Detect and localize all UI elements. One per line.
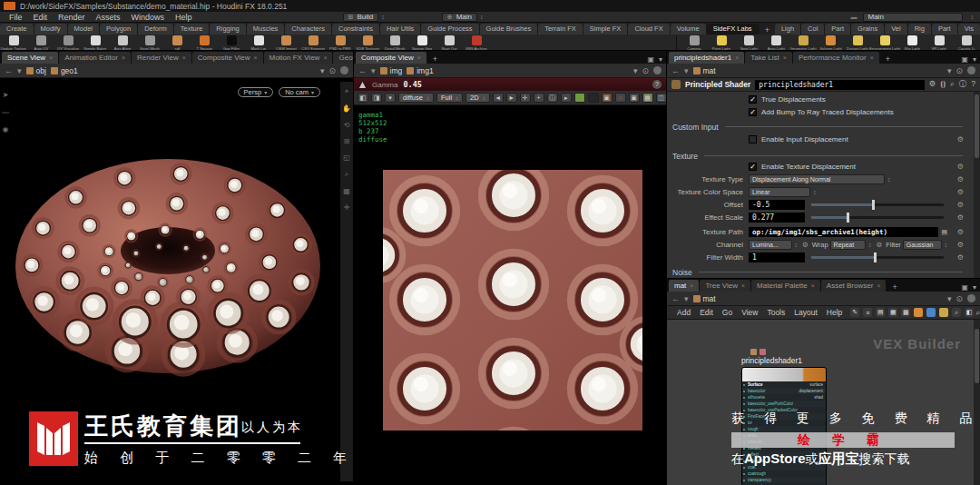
path-chip-img1[interactable]: img1 <box>407 66 433 75</box>
search-icon[interactable]: ⌕ <box>950 79 955 90</box>
tab-close-icon[interactable]: × <box>253 54 257 61</box>
pane-tab-principledshader1[interactable]: principledshader1× <box>669 52 744 64</box>
color-tan-icon[interactable] <box>939 308 948 317</box>
effect-scale-field[interactable]: 0.277 <box>749 213 805 223</box>
find-icon[interactable]: ⌕ <box>952 308 961 317</box>
layout-b-icon[interactable]: ▦ <box>642 93 653 103</box>
shelf-tab-rigging[interactable]: Rigging <box>210 24 246 35</box>
resolution-dropdown[interactable]: Full ↕ <box>436 93 463 103</box>
customize-icon[interactable]: ✎ <box>850 308 859 317</box>
tab-close-icon[interactable]: × <box>182 54 186 61</box>
layout-a-icon[interactable]: ▣ <box>629 93 640 103</box>
shelf-tool-voxel-mesh[interactable]: Voxel Mesh <box>136 35 163 51</box>
forward-arrow-icon[interactable]: ▾ <box>684 294 689 303</box>
shelf-tab-part[interactable]: Part <box>825 24 851 35</box>
shelf-tool-gap-filler[interactable]: Gap Filler <box>218 35 245 51</box>
texture-type-dropdown[interactable]: Displacement Along Normal <box>749 174 885 184</box>
pane-maximize-icon[interactable]: ▣ <box>961 283 968 292</box>
add-bump-checkbox[interactable]: ✓ <box>749 108 757 116</box>
persp-camera-pill[interactable]: Persp ▾ <box>238 87 274 97</box>
shelf-tab-part[interactable]: Part <box>932 24 958 35</box>
shelf-tab-polygon[interactable]: Polygon <box>100 24 138 35</box>
pane-tab-composite-view[interactable]: Composite View× <box>192 52 263 64</box>
channel-dropdown[interactable]: Lumina... <box>749 240 792 250</box>
shelf-tool-update-toolset[interactable]: Update Toolset <box>0 35 27 51</box>
shelf-tab-volume[interactable]: Volume <box>671 24 707 35</box>
channel-gear-icon[interactable]: ⚙ <box>802 241 808 249</box>
filter-width-slider[interactable] <box>811 256 944 259</box>
shelf-tool-sweep-geo[interactable]: Sweep Geo <box>408 35 436 51</box>
net-menu-view[interactable]: View <box>737 308 762 317</box>
link-indicator-icon[interactable] <box>653 66 662 74</box>
prev-frame-icon[interactable]: ◄ <box>493 93 504 103</box>
viewport-tool-icon[interactable]: ⟲ <box>344 121 350 129</box>
shelf-add-tab-left[interactable]: + <box>760 25 775 35</box>
pane-tab-asset-browser[interactable]: Asset Browser× <box>821 280 887 292</box>
viewport-right-toolbar[interactable]: ⌖✋⟲⊞◱⌕▦✛ <box>340 82 353 481</box>
shelf-tool-t-square[interactable]: T Square <box>191 35 218 51</box>
menu-render[interactable]: Render <box>53 13 91 22</box>
shelf-tool-osm-import[interactable]: OSM Import <box>272 35 299 51</box>
menu-edit[interactable]: Edit <box>28 13 54 22</box>
menu-assets[interactable]: Assets <box>91 13 126 22</box>
flipbook-icon[interactable]: ▣ <box>602 93 612 103</box>
texture-path-field[interactable]: op:/img/img1/sbs_archive1(height) <box>749 227 938 237</box>
viewport-tool-icon[interactable]: ⌕ <box>345 170 348 179</box>
shelf-tool-geometry-light[interactable]: Geometry Light <box>789 35 817 51</box>
row-gear-icon[interactable]: ⚙ <box>957 188 964 196</box>
path-dropdown-icon[interactable]: ▾ <box>633 66 638 75</box>
gamma-help-icon[interactable]: ? <box>652 80 662 89</box>
shelf-tab-terrain-fx[interactable]: Terrain FX <box>538 24 583 35</box>
shelf-tab-sidefx-labs[interactable]: SideFX Labs <box>707 24 760 35</box>
pane-tab-motion-fx-view[interactable]: Motion FX View× <box>264 52 333 64</box>
help-icon[interactable]: ? <box>971 79 975 90</box>
effect-scale-slider[interactable] <box>811 216 944 219</box>
main-network-selector[interactable]: ⊕ Main <box>442 13 477 22</box>
list-icon[interactable]: ▤ <box>876 308 885 317</box>
row-gear-icon[interactable]: ⚙ <box>957 175 964 183</box>
record-icon[interactable]: ∩ <box>615 93 626 103</box>
color-space-spinner[interactable]: ↕ <box>810 189 819 195</box>
row-gear-icon[interactable]: ⚙ <box>957 213 964 222</box>
snap-grid-icon[interactable]: ▩ <box>901 308 910 317</box>
pane-tab-take-list[interactable]: Take List× <box>745 52 792 64</box>
path-dropdown-icon[interactable]: ▾ <box>947 66 952 75</box>
menu-file[interactable]: File <box>4 13 28 22</box>
shelf-tab-ligh[interactable]: Ligh <box>775 24 801 35</box>
shelf-tool-distant-light[interactable]: Distant Light <box>844 35 871 51</box>
layout-grid-icon[interactable]: ▦ <box>888 308 897 317</box>
forward-arrow-icon[interactable]: ▾ <box>17 66 22 75</box>
shelf-tab-vis[interactable]: Vis <box>958 24 980 35</box>
split-view-icon[interactable]: ◨ <box>371 93 382 103</box>
filter-width-field[interactable]: 1 <box>749 252 805 262</box>
pane-tab-composite-view[interactable]: Composite View× <box>356 52 426 64</box>
pane-menu-icon[interactable]: ▾ <box>973 283 976 292</box>
pane-menu-icon[interactable]: ▾ <box>973 55 976 64</box>
shelf-tool-mark-lot[interactable]: Mark Lot <box>245 35 272 51</box>
network-scrollbar[interactable] <box>974 320 980 485</box>
tab-close-icon[interactable]: × <box>735 54 739 61</box>
view-mode-icon[interactable]: ◧ <box>358 93 368 103</box>
node-row-basecolor_usepointcolor[interactable]: basecolor_usePointColor <box>742 401 826 407</box>
color-blue-icon[interactable] <box>926 308 936 317</box>
net-search-icon[interactable]: ⌕ <box>975 308 980 318</box>
shelf-tool-area-light[interactable]: Area Light <box>762 35 789 51</box>
back-arrow-icon[interactable]: ← <box>671 66 680 75</box>
pin-icon[interactable]: ⊙ <box>328 66 336 75</box>
gamma-bar[interactable]: Gamma 0.45 ? <box>354 78 666 91</box>
pane-tab-render-view[interactable]: Render View× <box>132 52 191 64</box>
viewport-tool-icon[interactable]: ✋ <box>342 104 351 113</box>
desktop-spinner[interactable]: ↕ <box>378 14 387 20</box>
link-indicator-icon[interactable] <box>967 294 975 302</box>
row-gear-icon[interactable]: ⚙ <box>957 241 964 249</box>
pane-tab-animation-editor[interactable]: Animation Editor× <box>59 52 131 64</box>
wrap-gear-icon[interactable]: ⚙ <box>876 241 882 249</box>
viewport-tool-icon[interactable]: ✛ <box>344 203 350 212</box>
tree-icon[interactable]: ≡ <box>863 308 872 317</box>
viewport-tool-icon[interactable]: ▦ <box>343 187 350 195</box>
shelf-tool-sbs-archive[interactable]: SBS Archive <box>463 35 490 51</box>
viewport-edge-icon[interactable]: ➤ <box>3 91 9 99</box>
forward-arrow-icon[interactable]: ▾ <box>684 66 689 75</box>
shelf-tool-volume-light[interactable]: Volume Light <box>817 35 844 51</box>
offset-slider[interactable] <box>811 203 944 206</box>
